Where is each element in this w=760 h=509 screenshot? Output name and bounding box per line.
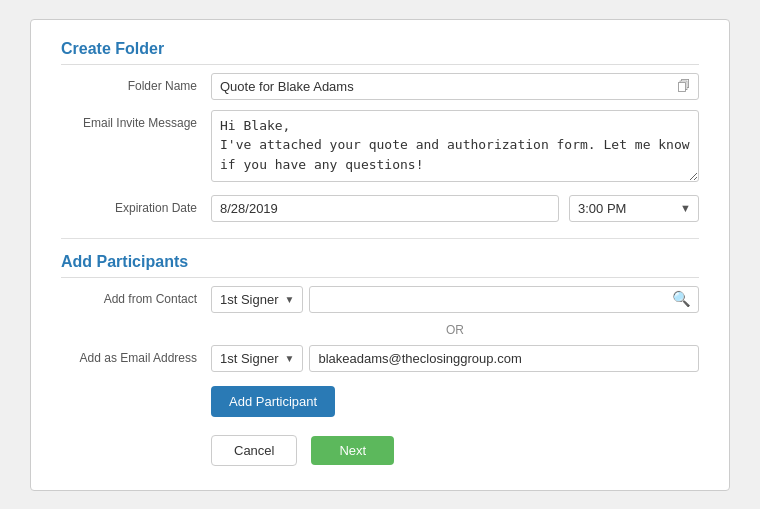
section-divider: [61, 238, 699, 239]
time-select-wrap: 12:00 AM 12:30 AM 1:00 AM 1:30 AM 2:00 A…: [569, 195, 699, 222]
email-invite-label: Email Invite Message: [61, 110, 211, 130]
contact-signer-label: 1st Signer: [220, 292, 279, 307]
search-icon[interactable]: 🔍: [672, 290, 691, 308]
add-email-wrap: 1st Signer ▼: [211, 345, 699, 372]
email-signer-arrow-icon: ▼: [285, 353, 295, 364]
folder-name-input[interactable]: [211, 73, 699, 100]
cancel-button[interactable]: Cancel: [211, 435, 297, 466]
email-signer-row: 1st Signer ▼: [211, 345, 699, 372]
expiration-label: Expiration Date: [61, 195, 211, 215]
create-folder-section: Create Folder Folder Name 🗍 Email Invite…: [61, 40, 699, 222]
contact-signer-arrow-icon: ▼: [285, 294, 295, 305]
add-participants-title: Add Participants: [61, 253, 699, 278]
email-invite-wrap: Hi Blake, I've attached your quote and a…: [211, 110, 699, 185]
footer-buttons: Cancel Next: [61, 435, 699, 466]
expiration-date-time-row: 12:00 AM 12:30 AM 1:00 AM 1:30 AM 2:00 A…: [211, 195, 699, 222]
add-participant-button[interactable]: Add Participant: [211, 386, 335, 417]
folder-name-label: Folder Name: [61, 73, 211, 93]
add-from-contact-wrap: 1st Signer ▼ 🔍: [211, 286, 699, 313]
contact-search-input[interactable]: [309, 286, 699, 313]
email-signer-dropdown[interactable]: 1st Signer ▼: [211, 345, 303, 372]
expiration-row: Expiration Date 12:00 AM 12:30 AM 1:00 A…: [61, 195, 699, 222]
folder-icon: 🗍: [677, 78, 691, 94]
time-select[interactable]: 12:00 AM 12:30 AM 1:00 AM 1:30 AM 2:00 A…: [569, 195, 699, 222]
add-participants-section: Add Participants Add from Contact 1st Si…: [61, 253, 699, 417]
folder-name-wrap: 🗍: [211, 73, 699, 100]
create-folder-dialog: Create Folder Folder Name 🗍 Email Invite…: [30, 19, 730, 491]
email-invite-row: Email Invite Message Hi Blake, I've atta…: [61, 110, 699, 185]
create-folder-title: Create Folder: [61, 40, 699, 65]
add-email-label: Add as Email Address: [61, 345, 211, 365]
add-from-contact-label: Add from Contact: [61, 286, 211, 306]
next-button[interactable]: Next: [311, 436, 394, 465]
or-divider: OR: [61, 323, 699, 337]
expiration-wrap: 12:00 AM 12:30 AM 1:00 AM 1:30 AM 2:00 A…: [211, 195, 699, 222]
expiration-date-input[interactable]: [211, 195, 559, 222]
add-from-contact-row: Add from Contact 1st Signer ▼ 🔍: [61, 286, 699, 313]
email-invite-textarea[interactable]: Hi Blake, I've attached your quote and a…: [211, 110, 699, 182]
email-signer-label: 1st Signer: [220, 351, 279, 366]
add-email-row: Add as Email Address 1st Signer ▼: [61, 345, 699, 372]
folder-name-row: Folder Name 🗍: [61, 73, 699, 100]
email-address-input[interactable]: [309, 345, 699, 372]
contact-signer-row: 1st Signer ▼ 🔍: [211, 286, 699, 313]
contact-signer-dropdown[interactable]: 1st Signer ▼: [211, 286, 303, 313]
contact-search-wrap: 🔍: [309, 286, 699, 313]
